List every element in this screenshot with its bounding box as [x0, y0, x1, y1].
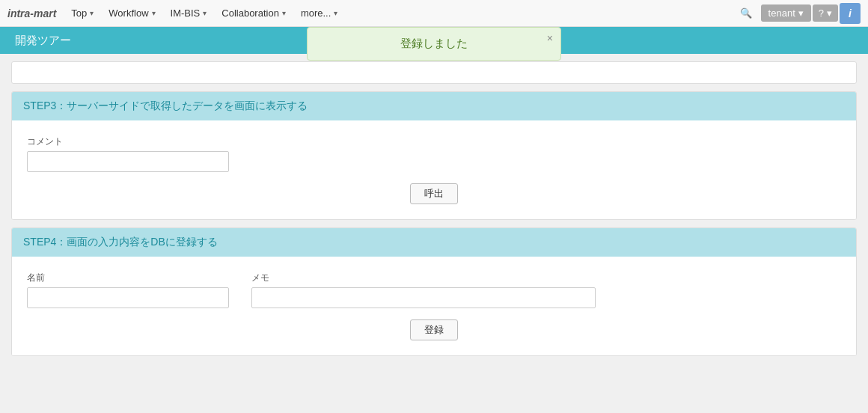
nav-more-label: more...	[301, 7, 331, 19]
call-button[interactable]: 呼出	[410, 183, 458, 204]
nav-top-label: Top	[71, 7, 87, 19]
nav-item-collaboration[interactable]: Collaboration ▾	[214, 0, 293, 27]
navbar: intra-mart Top ▾ Workflow ▾ IM-BIS ▾ Col…	[0, 0, 868, 27]
help-button[interactable]: ? ▾	[813, 4, 838, 22]
memo-label: メモ	[251, 272, 596, 284]
nav-collab-label: Collaboration	[221, 7, 279, 19]
navbar-right: 🔍 tenant ▾ ? ▾ i	[733, 0, 861, 27]
nav-item-workflow[interactable]: Workflow ▾	[101, 0, 162, 27]
notification-banner: 登録しました ×	[307, 27, 561, 61]
nav-more-caret: ▾	[334, 9, 337, 17]
notification-message: 登録しました	[400, 37, 468, 49]
step3-header: STEP3：サーバーサイドで取得したデータを画面に表示する	[12, 92, 856, 120]
nav-workflow-caret: ▾	[152, 9, 156, 17]
main-content: STEP3：サーバーサイドで取得したデータを画面に表示する コメント 呼出 ST…	[0, 54, 868, 413]
search-button[interactable]: 🔍	[733, 0, 760, 27]
tenant-label: tenant	[768, 7, 795, 19]
step4-header: STEP4：画面の入力内容をDBに登録する	[12, 228, 856, 257]
name-input[interactable]	[27, 287, 229, 308]
name-field-col: 名前	[27, 272, 229, 308]
page-title: 開発ツアー	[15, 34, 71, 48]
nav-items: Top ▾ Workflow ▾ IM-BIS ▾ Collaboration …	[64, 0, 732, 27]
tenant-button[interactable]: tenant ▾	[761, 4, 811, 22]
name-label: 名前	[27, 272, 229, 284]
info-button[interactable]: i	[840, 3, 861, 24]
search-icon: 🔍	[740, 7, 752, 19]
notification-close-button[interactable]: ×	[547, 32, 553, 44]
step4-header-text: STEP4：画面の入力内容をDBに登録する	[23, 236, 218, 248]
nav-top-caret: ▾	[90, 9, 94, 17]
step3-body: コメント 呼出	[12, 120, 856, 219]
stub-section	[11, 61, 857, 84]
register-button-wrapper: 登録	[27, 319, 841, 340]
help-caret-icon: ▾	[827, 7, 832, 19]
step3-panel: STEP3：サーバーサイドで取得したデータを画面に表示する コメント 呼出	[11, 91, 857, 220]
register-button[interactable]: 登録	[410, 319, 458, 340]
help-label: ?	[819, 7, 824, 19]
comment-field-group: コメント	[27, 135, 841, 172]
comment-label: コメント	[27, 135, 841, 148]
nav-item-imbis[interactable]: IM-BIS ▾	[163, 0, 215, 27]
info-label: i	[849, 7, 852, 19]
memo-input[interactable]	[251, 287, 596, 308]
comment-input[interactable]	[27, 151, 229, 172]
nav-imbis-caret: ▾	[203, 9, 207, 17]
step4-panel: STEP4：画面の入力内容をDBに登録する 名前 メモ 登録	[11, 227, 857, 356]
call-button-wrapper: 呼出	[27, 183, 841, 204]
step4-body: 名前 メモ 登録	[12, 257, 856, 355]
nav-imbis-label: IM-BIS	[171, 7, 201, 19]
nav-workflow-label: Workflow	[109, 7, 148, 19]
memo-field-col: メモ	[251, 272, 596, 308]
nav-collab-caret: ▾	[282, 9, 286, 17]
nav-item-top[interactable]: Top ▾	[64, 0, 101, 27]
nav-item-more[interactable]: more... ▾	[293, 0, 345, 27]
content-scroll: STEP3：サーバーサイドで取得したデータを画面に表示する コメント 呼出 ST…	[0, 61, 868, 371]
tenant-caret-icon: ▾	[798, 7, 804, 19]
step3-header-text: STEP3：サーバーサイドで取得したデータを画面に表示する	[23, 100, 308, 111]
brand-logo: intra-mart	[7, 7, 56, 19]
step4-field-row: 名前 メモ	[27, 272, 841, 308]
